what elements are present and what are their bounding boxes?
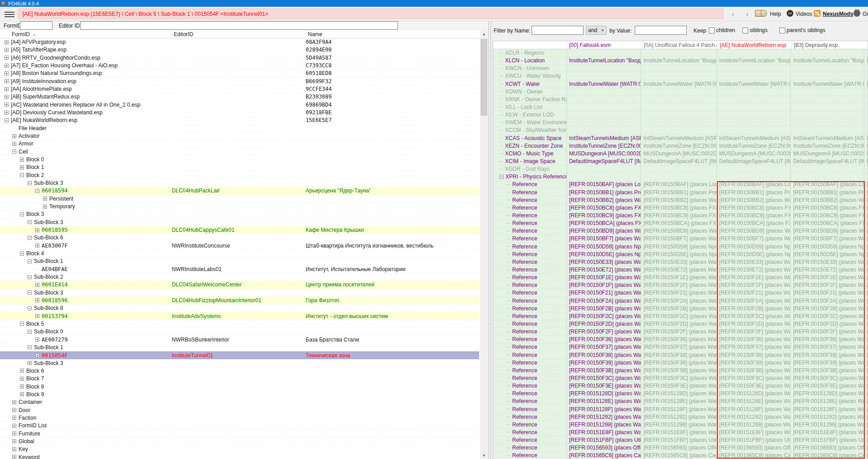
tree-row[interactable]: +00153794InstituteAdvSystemsИнститут - о… — [0, 312, 479, 320]
record-value-cell[interactable] — [566, 72, 641, 80]
record-value-cell[interactable]: [REFR:00150F3C] (places Water10... — [566, 375, 641, 382]
record-value-cell[interactable]: InstituteTunnelWater [WATR:001... — [641, 80, 717, 88]
tree-row[interactable]: −Block 5 — [0, 320, 479, 328]
record-value-cell[interactable]: [REFR:00150F2C] (places Water10... — [641, 313, 717, 320]
record-value-cell[interactable]: [REFR:00150BC8] (places FXDrips... — [566, 204, 641, 211]
tree-row[interactable]: +Container — [0, 398, 479, 406]
record-value-cell[interactable]: [REFR:00150F2C] (places Water10... — [717, 313, 791, 320]
expand-plus-icon[interactable]: + — [35, 244, 39, 248]
record-value-cell[interactable] — [717, 165, 791, 173]
record-value-cell[interactable]: [REFR:00150BF7] (places Water10... — [641, 235, 717, 242]
record-value-cell[interactable]: InstituteTunnelLocation "Входно... — [790, 57, 864, 64]
record-value-cell[interactable]: [REFR:00150F38] (places Water10... — [717, 351, 791, 358]
record-value-cell[interactable] — [717, 103, 791, 111]
expand-plus-icon[interactable]: + — [20, 158, 24, 162]
record-value-cell[interactable]: [REFR:00150F2F] (places Water10... — [566, 328, 641, 335]
column-header-name[interactable]: Name — [308, 31, 322, 37]
tree-row[interactable]: −Sub-Block 8 — [0, 304, 479, 312]
record-value-cell[interactable]: [REFR:00150D5E] (places NpcCha... — [566, 251, 641, 258]
record-row[interactable]: Reference[REFR:00150BCA] (places FXDrips… — [493, 220, 868, 227]
record-value-cell[interactable]: InstituteTunnelZone [ECZN:0015... — [864, 142, 868, 150]
record-row[interactable]: Reference[REFR:00150D59] (places NpcCha.… — [493, 243, 868, 251]
record-value-cell[interactable] — [864, 103, 868, 111]
hamburger-menu-icon[interactable] — [5, 10, 14, 17]
record-value-cell[interactable]: [REFR:00150BAF] (places Loot_Pr... — [717, 181, 791, 188]
record-value-cell[interactable]: [REFR:00150BF7] (places Water10... — [717, 235, 791, 242]
tree-row[interactable]: −06018594DLC04HubPackLairАрьерсцена "Яде… — [0, 187, 479, 195]
videos-icon[interactable]: GP — [787, 10, 793, 17]
record-value-cell[interactable]: IntSteamTunnelsMedium [ASPC:... — [566, 135, 641, 142]
expand-plus-icon[interactable]: + — [5, 103, 9, 107]
record-row[interactable]: XGDR - God Rays — [493, 165, 868, 173]
plugin-header-nukaworldreborn[interactable]: [AE] NukaWorldReborn.esp — [717, 41, 791, 49]
record-value-cell[interactable]: [REFR:00150F2A] (places Water10... — [790, 297, 864, 304]
record-row[interactable]: XCIM - Image SpaceDefaultImageSpaceF4LUT… — [493, 158, 868, 165]
record-row[interactable]: Reference[REFR:00150BD9] (places WallEm.… — [493, 227, 868, 235]
plugin-header-fallout4[interactable]: [00] Fallout4.esm — [566, 41, 641, 49]
record-value-cell[interactable] — [790, 111, 864, 118]
record-value-cell[interactable]: [REFR:0015128E] (places Water10... — [566, 398, 641, 405]
record-value-cell[interactable]: [REFR:00150F2A] (places Water10... — [864, 297, 868, 304]
record-value-cell[interactable]: [REFR:00150F37] (places Water10... — [566, 343, 641, 351]
record-value-cell[interactable]: [REFR:00151FBF] (places UtilMet... — [717, 436, 791, 444]
record-value-cell[interactable]: [REFR:00150F36] (places Water10... — [864, 336, 868, 343]
expand-plus-icon[interactable]: + — [12, 408, 16, 412]
record-value-cell[interactable]: [REFR:00150E33] (places Water10... — [864, 258, 868, 266]
record-value-cell[interactable] — [641, 65, 717, 72]
record-value-cell[interactable] — [790, 173, 864, 180]
record-row[interactable]: Reference[REFR:00150F3E] (places Water10… — [493, 382, 868, 390]
record-value-cell[interactable]: [REFR:00151E8F] (places Water10... — [790, 429, 864, 436]
record-value-cell[interactable]: InstituteTunnelWater [WATR:001... — [864, 80, 868, 88]
record-row[interactable]: Reference[REFR:00150BC8] (places FXDrips… — [493, 204, 868, 212]
record-value-cell[interactable] — [864, 126, 868, 134]
record-value-cell[interactable]: [REFR:00150E72] (places Water10... — [566, 266, 641, 273]
record-value-cell[interactable] — [717, 126, 791, 134]
expand-plus-icon[interactable]: + — [43, 197, 47, 201]
expand-plus-icon[interactable]: + — [35, 228, 39, 232]
tree-row[interactable]: +Persistent — [0, 195, 479, 203]
column-header-formid[interactable]: FormID▲ — [12, 31, 36, 37]
record-value-cell[interactable]: MUSDungeonA [MUSC:0002D4C2] — [566, 150, 641, 157]
record-value-cell[interactable]: [REFR:00150F2B] (places Water10... — [566, 305, 641, 312]
record-row[interactable]: XCLR - Regions — [493, 49, 868, 57]
record-value-cell[interactable]: [REFR:0015128F] (places Water10... — [864, 405, 868, 412]
expand-plus-icon[interactable]: + — [5, 79, 9, 83]
record-value-cell[interactable]: [REFR:00150F38] (places Water10... — [864, 351, 868, 358]
record-value-cell[interactable] — [864, 96, 868, 103]
record-value-cell[interactable]: [REFR:00150F21] (places Water10... — [566, 289, 641, 296]
record-value-cell[interactable]: [REFR:00150BC8] (places FXDrips... — [641, 204, 717, 211]
record-value-cell[interactable]: [REFR:00150F3C] (places Water10... — [641, 375, 717, 382]
tree-row[interactable]: −Block 2 — [0, 172, 479, 179]
expand-plus-icon[interactable]: + — [20, 369, 24, 373]
record-value-cell[interactable]: [REFR:00150BC9] (places FXDrips... — [566, 212, 641, 219]
expand-plus-icon[interactable]: + — [20, 392, 24, 396]
tree-row[interactable]: +Door — [0, 406, 479, 414]
tree-row[interactable]: −Sub-Block 6 — [0, 234, 479, 242]
record-value-cell[interactable]: [REFR:00150BD9] (places WallEm... — [864, 227, 868, 234]
record-value-cell[interactable]: [REFR:00150F3E] (places Water10... — [717, 382, 791, 389]
record-value-cell[interactable]: [REFR:00156593] (places OfficeD... — [566, 444, 641, 451]
record-value-cell[interactable]: [REFR:00150F36] (places Water10... — [641, 336, 717, 343]
expand-plus-icon[interactable]: + — [20, 384, 24, 389]
record-value-cell[interactable] — [717, 88, 791, 95]
record-value-cell[interactable] — [566, 165, 641, 173]
record-value-cell[interactable]: DefaultImageSpaceF4LUT [IMGS:... — [717, 158, 791, 165]
record-value-cell[interactable]: [REFR:00150F3B] (places Water10... — [641, 367, 717, 374]
tree-row[interactable]: +[A6] RRTV_GoodneighborCondo.esp5D49A587 — [0, 54, 479, 62]
record-value-cell[interactable]: [REFR:00150F37] (places Water10... — [790, 343, 864, 351]
record-row[interactable]: Reference[REFR:00150F37] (places Water10… — [493, 343, 868, 351]
collapse-minus-icon[interactable]: − — [500, 175, 504, 179]
tree-row[interactable]: AE04BFAENWRInstituteLabs01Институт, Испы… — [0, 266, 479, 273]
record-value-cell[interactable]: [REFR:0015128D] (places Water10... — [790, 390, 864, 397]
filter-value-input[interactable] — [635, 26, 687, 35]
tree-row[interactable]: +Temporary — [0, 203, 479, 211]
tree-row[interactable]: +06018595DLC04HubCappysCafe01Кафе Мистер… — [0, 226, 479, 234]
expand-plus-icon[interactable]: + — [12, 431, 16, 436]
tree-row[interactable]: +[A9] InstituteInnovation.espB6699F32 — [0, 78, 479, 85]
record-value-cell[interactable]: [REFR:00150F3C] (places Water10... — [864, 375, 868, 382]
record-value-cell[interactable]: [REFR:0015128F] (places Water10... — [641, 405, 717, 412]
tree-row[interactable]: +[AC] Wasteland Heroines Replacer All in… — [0, 101, 479, 109]
record-row[interactable]: Reference[REFR:00151298] (places Water10… — [493, 421, 868, 429]
help-book-icon[interactable] — [755, 10, 767, 17]
record-value-cell[interactable]: MUSDungeonA [MUSC:0002D4C2] — [864, 150, 868, 157]
